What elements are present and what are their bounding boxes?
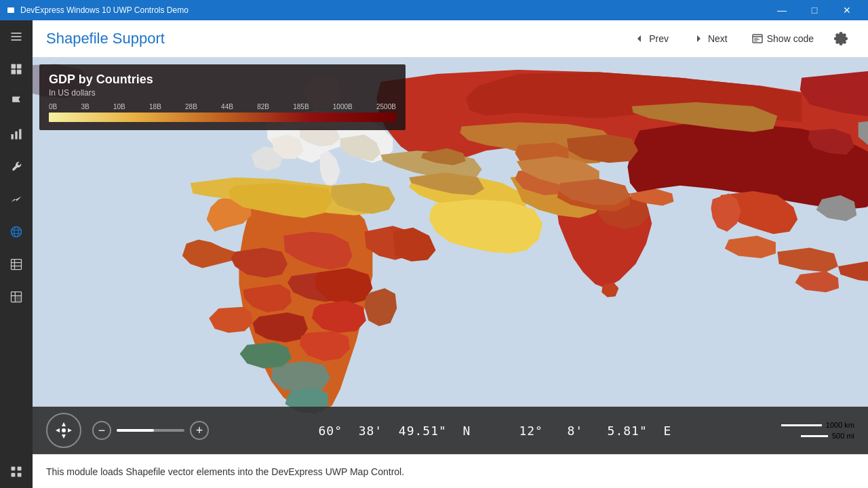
svg-marker-36	[62, 422, 66, 426]
legend-subtitle: In US dollars	[49, 88, 396, 98]
sidebar-item-ribbon[interactable]	[0, 85, 33, 118]
legend-overlay: GDP by Countries In US dollars 0B 3B 10B…	[39, 64, 406, 130]
sidebar-item-dashboard[interactable]	[0, 53, 33, 85]
km-scale: 1000 km	[781, 421, 854, 429]
svg-point-13	[12, 227, 22, 237]
lat-display: 60° 38' 49.51" N	[318, 424, 471, 438]
km-scale-label: 1000 km	[826, 421, 854, 429]
settings-icon	[834, 32, 848, 45]
zoom-slider-track	[117, 429, 154, 432]
window-title: DevExpress Windows 10 UWP Controls Demo	[20, 5, 766, 15]
map-container[interactable]: GDP by Countries In US dollars 0B 3B 10B…	[33, 58, 868, 454]
legend-label-4: 28B	[185, 103, 197, 110]
svg-rect-11	[19, 129, 21, 140]
sidebar-item-report[interactable]	[0, 118, 33, 150]
svg-rect-6	[17, 64, 22, 69]
svg-marker-37	[62, 434, 66, 439]
maximize-button[interactable]: □	[799, 0, 830, 20]
svg-rect-8	[17, 70, 22, 75]
lon-display: 12° 8' 5.81" E	[519, 424, 671, 438]
report-icon	[9, 127, 23, 141]
svg-rect-1	[7, 7, 14, 13]
sidebar-item-tools[interactable]	[0, 150, 33, 183]
svg-rect-4	[12, 39, 22, 41]
window-controls: — □ ✕	[766, 0, 863, 20]
svg-rect-26	[18, 467, 22, 471]
svg-rect-3	[12, 36, 22, 37]
sidebar-item-table[interactable]	[0, 248, 33, 281]
sidebar-item-menu[interactable]	[0, 20, 33, 53]
sidebar-item-apps[interactable]	[0, 455, 33, 488]
km-scale-bar	[781, 424, 822, 426]
sidebar-item-pivot[interactable]	[0, 281, 33, 313]
arrow-left-icon	[634, 33, 645, 44]
code-icon	[752, 33, 763, 44]
svg-rect-28	[18, 473, 22, 477]
legend-label-3: 18B	[149, 103, 161, 110]
legend-label-2: 10B	[113, 103, 125, 110]
flag-icon	[9, 95, 23, 108]
legend-label-8: 1000B	[333, 103, 353, 110]
svg-rect-31	[754, 38, 758, 39]
analytics-icon	[9, 192, 23, 206]
svg-point-14	[14, 227, 19, 237]
top-actions: Prev Next Show code	[623, 25, 854, 52]
legend-label-1: 3B	[81, 103, 89, 110]
svg-rect-7	[12, 70, 16, 75]
zoom-slider[interactable]	[117, 429, 184, 432]
zoom-controls: − +	[92, 421, 209, 440]
legend-title: GDP by Countries	[49, 73, 396, 87]
map-controls-bar: − + 60° 38' 49.51" N 12° 8' 5.81" E	[33, 407, 868, 454]
svg-rect-9	[12, 134, 14, 140]
legend-label-6: 82B	[257, 103, 269, 110]
prev-button[interactable]: Prev	[623, 25, 679, 52]
description-text: This module loads Shapefile vector eleme…	[46, 466, 404, 477]
app-icon	[5, 5, 16, 16]
title-bar: DevExpress Windows 10 UWP Controls Demo …	[0, 0, 868, 20]
mi-scale: 500 mi	[801, 432, 854, 440]
mi-scale-label: 500 mi	[832, 432, 854, 440]
svg-rect-32	[754, 39, 760, 40]
tools-icon	[9, 160, 23, 174]
description-bar: This module loads Shapefile vector eleme…	[33, 454, 868, 488]
zoom-out-button[interactable]: −	[92, 421, 111, 440]
show-code-label: Show code	[767, 33, 814, 44]
svg-rect-33	[754, 41, 757, 41]
show-code-button[interactable]: Show code	[741, 25, 825, 52]
arrow-right-icon	[693, 33, 704, 44]
zoom-in-button[interactable]: +	[190, 421, 209, 440]
svg-rect-25	[12, 467, 16, 471]
svg-rect-17	[12, 260, 22, 270]
legend-gradient	[49, 113, 396, 122]
svg-rect-5	[12, 64, 16, 69]
next-button[interactable]: Next	[682, 25, 738, 52]
scale-indicator: 1000 km 500 mi	[781, 421, 854, 440]
legend-label-5: 44B	[221, 103, 233, 110]
navigation-arrows-icon	[54, 421, 73, 440]
legend-label-0: 0B	[49, 103, 57, 110]
coordinates-display: 60° 38' 49.51" N 12° 8' 5.81" E	[220, 424, 770, 438]
globe-icon	[9, 225, 23, 239]
prev-label: Prev	[649, 33, 669, 44]
menu-icon	[9, 30, 23, 43]
page-title: Shapefile Support	[46, 30, 623, 47]
app-body: Shapefile Support Prev Next Show code	[0, 20, 868, 488]
svg-marker-39	[68, 428, 72, 432]
top-bar: Shapefile Support Prev Next Show code	[33, 20, 868, 58]
apps-icon	[9, 465, 23, 479]
svg-rect-10	[15, 131, 17, 140]
content-area: Shapefile Support Prev Next Show code	[33, 20, 868, 488]
close-button[interactable]: ✕	[831, 0, 863, 20]
sidebar-item-analytics[interactable]	[0, 183, 33, 216]
sidebar-item-map[interactable]	[0, 216, 33, 248]
settings-button[interactable]	[827, 25, 854, 52]
minimize-button[interactable]: —	[766, 0, 797, 20]
navigation-control[interactable]	[46, 413, 81, 448]
legend-label-9: 2500B	[376, 103, 396, 110]
svg-rect-2	[12, 33, 22, 34]
next-label: Next	[708, 33, 728, 44]
legend-labels: 0B 3B 10B 18B 28B 44B 82B 185B 1000B 250…	[49, 103, 396, 110]
dashboard-icon	[9, 62, 23, 76]
sidebar	[0, 20, 33, 488]
legend-label-7: 185B	[293, 103, 309, 110]
